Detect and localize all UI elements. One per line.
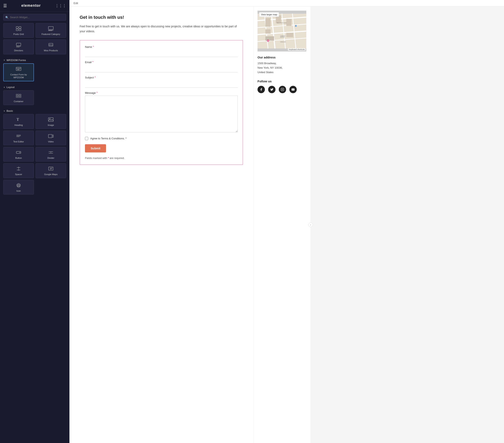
name-required-star: * — [93, 45, 94, 48]
svg-rect-0 — [16, 27, 18, 28]
email-input[interactable] — [85, 65, 238, 72]
email-required-star: * — [92, 61, 93, 64]
search-input[interactable] — [3, 14, 66, 21]
svg-rect-52 — [286, 33, 293, 37]
container-icon — [16, 93, 21, 98]
heading-label: Heading — [15, 124, 23, 127]
address-heading: Our address — [257, 55, 306, 59]
address-line1: 1500 Broadway, New York, NY 10036, Unite… — [257, 61, 306, 74]
svg-marker-37 — [17, 184, 20, 186]
widget-image[interactable]: Image — [36, 114, 66, 129]
contact-intro: Feel free to get in touch with us. We ar… — [80, 24, 243, 34]
search-icon: 🔍 — [5, 16, 9, 19]
grid-icon[interactable]: ⋮⋮⋮ — [55, 3, 66, 8]
svg-rect-20 — [48, 118, 53, 121]
wpzoom-section-header[interactable]: ▼ WPZOOM Forms — [3, 56, 66, 63]
spacer-icon — [16, 166, 21, 171]
basic-section-header[interactable]: ▼ Basic — [3, 107, 66, 114]
top-bar: Edit — [70, 0, 504, 7]
widget-search-area: 🔍 — [0, 11, 70, 23]
svg-rect-1 — [19, 27, 21, 28]
widget-featured-category[interactable]: Featured Category — [36, 23, 66, 38]
widget-divider[interactable]: Divider — [36, 147, 66, 162]
svg-rect-4 — [48, 27, 53, 29]
layout-section-label: Layout — [7, 86, 15, 89]
message-label: Message * — [85, 91, 238, 94]
edit-label: Edit — [73, 2, 78, 5]
basic-row-3: Button Divider — [3, 147, 66, 162]
layout-chevron: ▼ — [3, 86, 5, 89]
video-label: Video — [48, 140, 54, 143]
message-textarea[interactable] — [85, 96, 238, 132]
widget-container[interactable]: Container — [3, 90, 34, 105]
layout-section-header[interactable]: ▼ Layout — [3, 83, 66, 90]
widget-icon[interactable]: Icon — [3, 180, 34, 195]
collapse-sidebar-button[interactable]: ‹ — [308, 222, 313, 227]
svg-text:DISTRICT: DISTRICT — [280, 37, 285, 38]
basic-row-2: Text Editor Video — [3, 130, 66, 145]
widget-contact-form-wpzoom[interactable]: Contact Form by WPZOOM — [3, 63, 34, 82]
terms-checkbox[interactable] — [85, 137, 88, 140]
directors-icon — [16, 42, 21, 47]
svg-rect-33 — [49, 167, 53, 170]
svg-rect-18 — [19, 95, 20, 97]
widget-video[interactable]: Video — [36, 130, 66, 145]
heading-icon: T — [16, 117, 21, 122]
svg-rect-50 — [265, 29, 270, 34]
svg-rect-60 — [281, 88, 284, 91]
button-label: Button — [15, 157, 22, 159]
youtube-icon[interactable] — [289, 86, 297, 93]
widget-google-maps[interactable]: Google Maps — [36, 163, 66, 178]
form-field-name: Name * — [85, 45, 238, 57]
svg-rect-17 — [17, 95, 18, 97]
google-maps-icon — [48, 166, 54, 171]
instagram-icon[interactable] — [279, 86, 286, 93]
sidebar: ☰ elementor ⋮⋮⋮ 🔍 Posts Grid Featured Ca… — [0, 0, 70, 443]
form-field-email: Email * — [85, 61, 238, 72]
wpzoom-section-label: WPZOOM Forms — [7, 59, 26, 62]
contact-form-wpzoom-label: Contact Form by WPZOOM — [5, 73, 32, 79]
terms-label: Agree to Terms & Conditions. * — [90, 137, 126, 140]
svg-rect-12 — [16, 67, 21, 71]
image-label: Image — [48, 124, 54, 127]
contact-form: Name * Email * Subject — [80, 40, 243, 165]
top-widgets-row: Posts Grid Featured Category — [3, 23, 66, 38]
view-larger-map-button[interactable]: View larger map — [259, 12, 279, 17]
svg-text:Woo: Woo — [49, 44, 53, 46]
video-icon — [48, 134, 54, 139]
widget-button[interactable]: Button — [3, 147, 34, 162]
submit-button[interactable]: Submit — [85, 144, 106, 152]
svg-point-35 — [52, 168, 53, 168]
subject-label: Subject * — [85, 76, 238, 79]
app-title: elementor — [21, 3, 41, 8]
twitter-icon[interactable] — [268, 86, 275, 93]
widget-heading[interactable]: T Heading — [3, 114, 34, 129]
map-svg: HELL'S KITCHEN GARMENT DISTRICT CHELSEA — [257, 11, 306, 52]
follow-section: Follow us — [257, 79, 306, 93]
menu-icon[interactable]: ☰ — [3, 3, 7, 8]
name-label: Name * — [85, 45, 238, 48]
email-label: Email * — [85, 61, 238, 64]
svg-text:T: T — [17, 117, 19, 122]
name-input[interactable] — [85, 50, 238, 57]
featured-category-icon — [48, 26, 54, 31]
contact-form-icon — [16, 67, 21, 72]
facebook-icon[interactable] — [257, 86, 265, 93]
basic-section-label: Basic — [7, 110, 13, 112]
page-content: Get in touch with us! Feel free to get i… — [70, 7, 253, 443]
message-required-star: * — [97, 91, 98, 94]
widget-text-editor[interactable]: Text Editor — [3, 130, 34, 145]
widget-woo-products[interactable]: Woo Woo Products — [36, 39, 66, 54]
widget-posts-grid[interactable]: Posts Grid — [3, 23, 34, 38]
posts-grid-icon — [16, 26, 21, 31]
svg-text:GARMENT: GARMENT — [280, 35, 286, 37]
widget-spacer[interactable]: Spacer — [3, 163, 34, 178]
subject-input[interactable] — [85, 80, 238, 88]
directors-label: Directors — [14, 49, 23, 52]
map-container: View larger map — [257, 11, 306, 52]
svg-rect-25 — [48, 134, 52, 138]
widget-directors[interactable]: Directors — [3, 39, 34, 54]
wpzoom-chevron: ▼ — [3, 59, 5, 61]
svg-rect-7 — [16, 43, 21, 46]
woo-products-icon: Woo — [48, 42, 54, 47]
